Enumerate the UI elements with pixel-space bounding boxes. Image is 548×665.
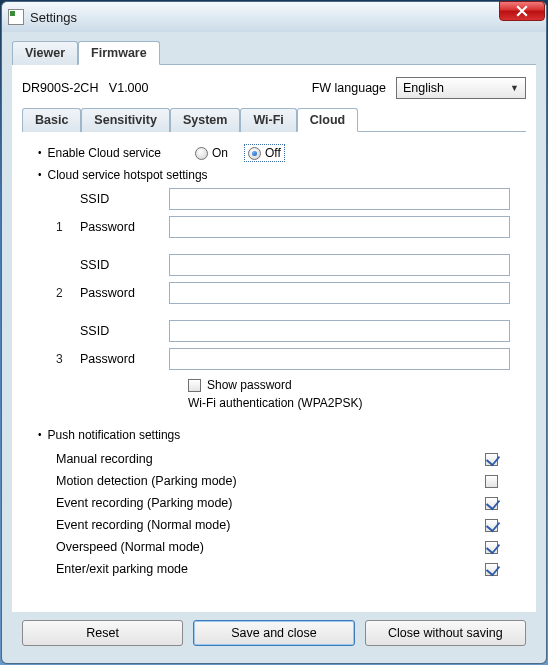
titlebar: Settings [2,2,546,32]
password-input-1[interactable] [169,216,510,238]
slot-index-3: 3 [56,352,74,366]
bullet-icon: • [38,170,42,180]
tab-viewer[interactable]: Viewer [12,41,78,65]
push-settings-label: Push notification settings [48,428,181,442]
push-event-parking-label: Event recording (Parking mode) [56,496,232,510]
push-manual-label: Manual recording [56,452,153,466]
fw-language-value: English [403,81,444,95]
tab-system[interactable]: System [170,108,240,132]
push-manual-checkbox[interactable] [485,453,498,466]
hotspot-table: SSID 1 Password SSID [56,188,510,370]
ssid-label-2: SSID [74,258,169,272]
settings-window: Settings Viewer Firmware DR900S-2CH V1.0… [1,1,547,664]
radio-on-indicator [195,147,208,160]
ssid-input-2[interactable] [169,254,510,276]
bullet-icon: • [38,148,42,158]
password-input-3[interactable] [169,348,510,370]
ssid-input-3[interactable] [169,320,510,342]
button-row: Reset Save and close Close without savin… [12,612,536,654]
slot-index-1: 1 [56,220,74,234]
close-icon [516,5,528,17]
save-button[interactable]: Save and close [193,620,354,646]
push-event-parking-checkbox[interactable] [485,497,498,510]
show-password-checkbox[interactable] [188,379,201,392]
ssid-input-1[interactable] [169,188,510,210]
fw-language-select[interactable]: English ▼ [396,77,526,99]
close-button[interactable] [499,1,545,21]
auth-note: Wi-Fi authentication (WPA2PSK) [188,396,363,410]
reset-button[interactable]: Reset [22,620,183,646]
push-motion-label: Motion detection (Parking mode) [56,474,237,488]
enable-cloud-label: Enable Cloud service [48,146,161,160]
push-overspeed-checkbox[interactable] [485,541,498,554]
tab-firmware[interactable]: Firmware [78,41,160,65]
sub-tabs: Basic Sensitivity System Wi-Fi Cloud [22,107,526,132]
push-event-normal-checkbox[interactable] [485,519,498,532]
cloud-panel: • Enable Cloud service On Off [22,132,526,602]
password-label-2: Password [74,286,169,300]
push-enterexit-label: Enter/exit parking mode [56,562,188,576]
password-label-3: Password [74,352,169,366]
app-icon [8,9,24,25]
chevron-down-icon: ▼ [510,83,519,93]
top-tabs: Viewer Firmware [12,40,536,65]
bullet-icon: • [38,430,42,440]
password-input-2[interactable] [169,282,510,304]
fw-model: DR900S-2CH V1.000 [22,81,312,95]
firmware-panel: DR900S-2CH V1.000 FW language English ▼ … [12,65,536,612]
slot-index-2: 2 [56,286,74,300]
tab-sensitivity[interactable]: Sensitivity [81,108,170,132]
ssid-label-1: SSID [74,192,169,206]
hotspot-settings-label: Cloud service hotspot settings [48,168,208,182]
radio-on[interactable]: On [191,144,232,162]
radio-off[interactable]: Off [244,144,285,162]
push-motion-checkbox[interactable] [485,475,498,488]
radio-off-indicator [248,147,261,160]
tab-cloud[interactable]: Cloud [297,108,358,132]
window-title: Settings [30,10,77,25]
tab-wifi[interactable]: Wi-Fi [240,108,296,132]
push-overspeed-label: Overspeed (Normal mode) [56,540,204,554]
ssid-label-3: SSID [74,324,169,338]
show-password-label: Show password [207,378,292,392]
fw-language-label: FW language [312,81,386,95]
push-enterexit-checkbox[interactable] [485,563,498,576]
cancel-button[interactable]: Close without saving [365,620,526,646]
password-label-1: Password [74,220,169,234]
tab-basic[interactable]: Basic [22,108,81,132]
push-event-normal-label: Event recording (Normal mode) [56,518,230,532]
